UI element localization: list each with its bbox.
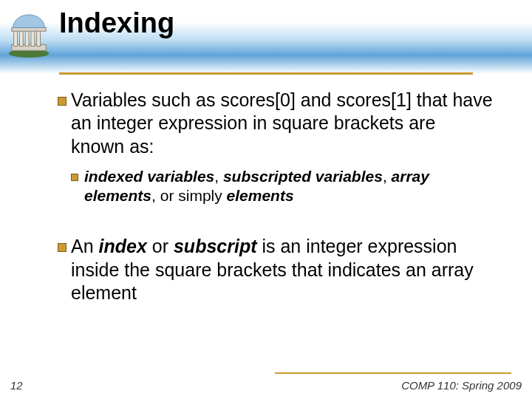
term-subscript: subscript [174, 236, 257, 256]
svg-rect-7 [12, 27, 47, 31]
svg-rect-5 [31, 30, 35, 46]
term-elements: elements [227, 187, 294, 204]
svg-rect-6 [37, 30, 41, 46]
sub-bullet-1: indexed variables, subscripted variables… [71, 167, 494, 206]
bullet-2-pre: An [71, 236, 99, 256]
footer-rule [275, 372, 511, 374]
rotunda-logo-icon [6, 13, 52, 59]
term-indexed-variables: indexed variables [84, 168, 214, 185]
svg-rect-3 [19, 30, 23, 46]
sep: , or simply [151, 187, 227, 204]
sep: , [383, 168, 392, 185]
content-area: Variables such as scores[0] and scores[1… [58, 89, 494, 313]
svg-rect-4 [25, 30, 29, 46]
bullet-2-mid: or [147, 236, 174, 256]
header-banner: Indexing [0, 0, 532, 74]
term-subscripted-variables: subscripted variables [223, 168, 383, 185]
svg-rect-2 [14, 30, 18, 46]
header-rule [59, 72, 473, 75]
slide-title: Indexing [59, 7, 174, 39]
sep: , [214, 168, 223, 185]
term-index: index [99, 236, 147, 256]
page-number: 12 [10, 379, 23, 392]
course-label: COMP 110: Spring 2009 [401, 379, 522, 392]
bullet-1: Variables such as scores[0] and scores[1… [58, 89, 494, 158]
bullet-1-text: Variables such as scores[0] and scores[1… [71, 89, 493, 157]
bullet-2: An index or subscript is an integer expr… [58, 235, 494, 304]
